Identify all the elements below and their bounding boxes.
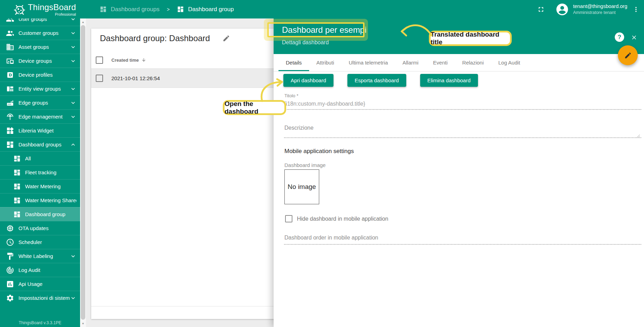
tab-log-audit[interactable]: Log Audit (491, 54, 528, 71)
scroll-up-icon[interactable]: ▲ (80, 19, 86, 25)
widgets-icon (6, 127, 14, 135)
thingsboard-app: ThingsBoard Professional Dashboard group… (0, 0, 644, 327)
title-field-label: Titolo * (284, 93, 298, 98)
title-field-value[interactable]: {i18n:custom.my-dashboard.title} (284, 101, 365, 107)
sidebar-item-fleet-tracking[interactable]: Fleet tracking (0, 165, 80, 179)
app-header: ThingsBoard Professional Dashboard group… (0, 0, 644, 18)
dashboard-order-underline (284, 244, 641, 245)
sidebar-item-label: All (25, 155, 77, 161)
delete-dashboard-button[interactable]: Elimina dashboard (420, 74, 478, 87)
fullscreen-icon[interactable] (537, 6, 545, 13)
chevron-up-icon (70, 141, 77, 148)
tab-allarmi[interactable]: Allarmi (395, 54, 426, 71)
select-all-checkbox[interactable] (96, 56, 103, 64)
breadcrumb-item-dashboard-groups[interactable]: Dashboard groups (100, 6, 159, 13)
sidebar-item-customer-groups[interactable]: Customer groups (0, 26, 80, 40)
sidebar: User groupsCustomer groupsAsset groupsDe… (0, 18, 80, 327)
assets-icon (6, 43, 14, 51)
sidebar-item-asset-groups[interactable]: Asset groups (0, 40, 80, 54)
tab-ultima-telemetria[interactable]: Ultima telemetria (341, 54, 395, 71)
breadcrumb: Dashboard groups>Dashboard group (100, 6, 234, 13)
sidebar-item-label: Device profiles (18, 72, 77, 78)
dashboard-image-label: Dashboard image (284, 162, 325, 168)
tab-eventi[interactable]: Eventi (426, 54, 455, 71)
drawer-header: Dashboard per esempi Dettagli dashboard … (274, 18, 644, 54)
sidebar-item-dashboard-groups[interactable]: Dashboard groups (0, 137, 80, 151)
drawer-subtitle: Dettagli dashboard (282, 39, 329, 46)
dashboard-order-label[interactable]: Dashboard order in mobile application (284, 235, 378, 241)
chevron-down-icon (70, 30, 77, 37)
chevron-down-icon (70, 85, 77, 92)
dashboards-icon (13, 197, 21, 204)
logo-subtitle: Professional (28, 13, 76, 16)
edge-icon (6, 99, 14, 107)
dashboards-icon (13, 155, 21, 162)
tab-attributi[interactable]: Attributi (309, 54, 341, 71)
breadcrumb-item-dashboard-group[interactable]: Dashboard group (177, 6, 234, 13)
sidebar-item-label: Customer groups (18, 30, 70, 36)
chart-icon (6, 280, 14, 288)
sidebar-scrollbar[interactable]: ▲ ▼ (80, 18, 86, 327)
sidebar-item-label: Log Audit (18, 267, 77, 273)
sidebar-item-device-groups[interactable]: Device groups (0, 54, 80, 68)
hide-dashboard-checkbox[interactable] (285, 215, 292, 222)
dashboards-icon (13, 211, 21, 218)
sidebar-item-label: Impostazioni di sistema (18, 295, 70, 301)
sidebar-item-api-usage[interactable]: Api Usage (0, 277, 80, 291)
user-avatar-icon[interactable] (555, 2, 569, 16)
sidebar-item-entity-view-groups[interactable]: Entity view groups (0, 82, 80, 96)
sidebar-item-edge-groups[interactable]: Edge groups (0, 96, 80, 109)
sidebar-item-white-labeling[interactable]: White Labeling (0, 249, 80, 263)
sidebar-item-label: Dashboard groups (18, 142, 70, 147)
close-icon[interactable] (631, 34, 637, 41)
edit-fab-button[interactable] (618, 45, 638, 65)
sidebar-nav: User groupsCustomer groupsAsset groupsDe… (0, 18, 80, 305)
sidebar-item-label: User groups (18, 18, 70, 22)
edit-title-pencil-icon[interactable] (222, 35, 230, 42)
paint-icon (6, 252, 14, 260)
scroll-down-icon[interactable]: ▼ (80, 321, 86, 326)
tab-details[interactable]: Details (278, 54, 309, 71)
page-title: Dashboard group: Dashboard (100, 33, 210, 43)
hide-dashboard-label: Hide dashboard in mobile application (297, 216, 388, 222)
scrollbar-thumb[interactable] (81, 25, 85, 320)
sidebar-item-user-groups[interactable]: User groups (0, 18, 80, 26)
sidebar-item-water-metering-shared[interactable]: Water Metering Shared (0, 193, 80, 207)
sidebar-item-water-metering[interactable]: Water Metering (0, 179, 80, 193)
help-icon[interactable]: ? (615, 32, 624, 42)
sidebar-item-all[interactable]: All (0, 151, 80, 165)
sidebar-item-scheduler[interactable]: Scheduler (0, 235, 80, 249)
pencil-icon (624, 52, 632, 59)
chevron-down-icon (70, 44, 77, 51)
sidebar-item-libreria-widget[interactable]: Libreria Widget (0, 123, 80, 137)
sidebar-item-dashboard-group[interactable]: Dashboard group (0, 207, 80, 221)
chevron-down-icon (70, 58, 77, 64)
chevron-down-icon (70, 113, 77, 120)
column-created-time[interactable]: Created time (111, 58, 146, 63)
drawer-actions: Apri dashboardEsporta dashboardElimina d… (283, 74, 478, 87)
user-role: Amministratore tenant (573, 10, 627, 15)
sidebar-item-label: Dashboard group (25, 211, 77, 217)
user-meta[interactable]: tenant@thingsboard.org Amministratore te… (573, 3, 627, 15)
sidebar-item-device-profiles[interactable]: Device profiles (0, 68, 80, 82)
thingsboard-bug-logo-icon (13, 2, 26, 16)
textarea-resize-handle-icon[interactable] (637, 133, 640, 136)
thingsboard-logo[interactable]: ThingsBoard Professional (13, 2, 76, 16)
more-vert-icon[interactable] (632, 6, 640, 13)
user-email: tenant@thingsboard.org (573, 3, 627, 9)
sidebar-item-label: Edge groups (18, 100, 70, 106)
export-dashboard-button[interactable]: Esporta dashboard (347, 74, 406, 87)
open-dashboard-button[interactable]: Apri dashboard (283, 74, 333, 87)
sidebar-item-impostazioni-di-sistema[interactable]: Impostazioni di sistema (0, 291, 80, 305)
sidebar-item-edge-management[interactable]: Edge management (0, 109, 80, 123)
description-field-label[interactable]: Descrizione (284, 125, 314, 131)
customers-icon (6, 29, 14, 37)
breadcrumb-label: Dashboard group (188, 6, 234, 13)
sidebar-item-ota-updates[interactable]: OTA updates (0, 221, 80, 235)
version-label: ThingsBoard v.3.3.1PE (0, 320, 80, 325)
dashboard-image-placeholder: No image (284, 169, 319, 204)
sidebar-item-log-audit[interactable]: Log Audit (0, 263, 80, 277)
entity-views-icon (6, 85, 14, 93)
row-checkbox[interactable] (96, 75, 103, 82)
tab-relazioni[interactable]: Relazioni (455, 54, 491, 71)
